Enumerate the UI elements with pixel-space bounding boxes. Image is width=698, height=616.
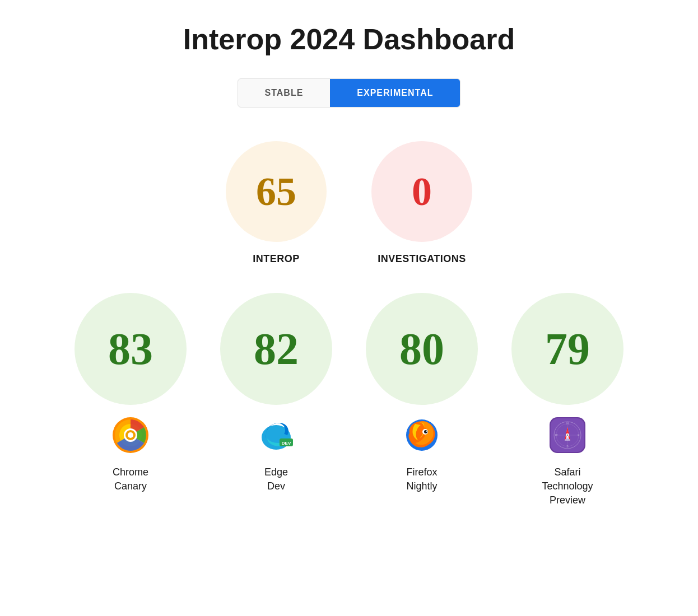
- tab-switcher: STABLE EXPERIMENTAL: [238, 78, 461, 108]
- edge-dev-name: Edge Dev: [264, 465, 288, 493]
- svg-text:N: N: [566, 422, 569, 425]
- firefox-nightly-icon: [404, 417, 440, 453]
- edge-dev-circle: 82: [220, 293, 332, 405]
- firefox-nightly-icon-wrap: [402, 415, 442, 455]
- svg-text:DEV: DEV: [282, 441, 291, 446]
- chrome-canary-icon: [113, 417, 148, 453]
- investigations-score-value: 0: [412, 169, 432, 215]
- interop-label: INTEROP: [253, 253, 300, 265]
- page-title: Interop 2024 Dashboard: [183, 22, 515, 56]
- interop-circle: 65: [226, 141, 327, 242]
- svg-text:W: W: [555, 433, 558, 437]
- browser-item-firefox-nightly: 80 Firefox Nightly: [360, 293, 483, 493]
- firefox-nightly-score: 80: [399, 324, 444, 375]
- investigations-label: INVESTIGATIONS: [378, 253, 466, 265]
- firefox-nightly-circle: 80: [366, 293, 478, 405]
- edge-dev-score: 82: [254, 324, 299, 375]
- edge-dev-icon-wrap: DEV: [256, 415, 296, 455]
- browser-item-chrome-canary: 83 Chrome Canary: [69, 293, 192, 493]
- firefox-nightly-name: Firefox Nightly: [406, 465, 437, 493]
- svg-point-15: [424, 430, 427, 433]
- svg-point-31: [567, 435, 569, 436]
- edge-dev-icon: DEV: [258, 417, 294, 453]
- chrome-canary-circle: 83: [75, 293, 187, 405]
- tab-stable[interactable]: STABLE: [238, 79, 331, 107]
- safari-tp-score: 79: [545, 324, 590, 375]
- investigations-score-item: 0 INVESTIGATIONS: [371, 141, 472, 265]
- safari-tp-icon-wrap: N S E W: [547, 415, 588, 455]
- chrome-canary-name: Chrome Canary: [113, 465, 148, 493]
- interop-score-item: 65 INTEROP: [226, 141, 327, 265]
- top-scores-section: 65 INTEROP 0 INVESTIGATIONS: [226, 141, 472, 265]
- browser-item-edge-dev: 82 DEV Edge Dev: [215, 293, 338, 493]
- browser-scores-section: 83 Chrome Canary: [69, 293, 629, 508]
- chrome-canary-score: 83: [108, 324, 153, 375]
- safari-tp-name: Safari Technology Preview: [542, 465, 593, 508]
- tab-experimental[interactable]: EXPERIMENTAL: [330, 79, 460, 107]
- svg-point-7: [128, 432, 133, 438]
- browser-item-safari-tp: 79 N S E W: [506, 293, 629, 508]
- investigations-circle: 0: [371, 141, 472, 242]
- safari-tp-circle: 79: [511, 293, 623, 405]
- interop-score-value: 65: [256, 169, 296, 215]
- chrome-canary-icon-wrap: [110, 415, 151, 455]
- safari-tp-icon: N S E W: [550, 417, 585, 453]
- svg-point-16: [426, 431, 427, 432]
